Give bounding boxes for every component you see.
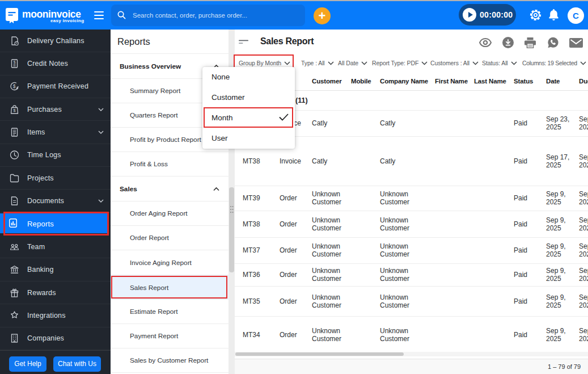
svg-text:$: $ bbox=[13, 108, 16, 113]
svg-text:$: $ bbox=[13, 60, 16, 65]
svg-text:$: $ bbox=[13, 83, 16, 89]
